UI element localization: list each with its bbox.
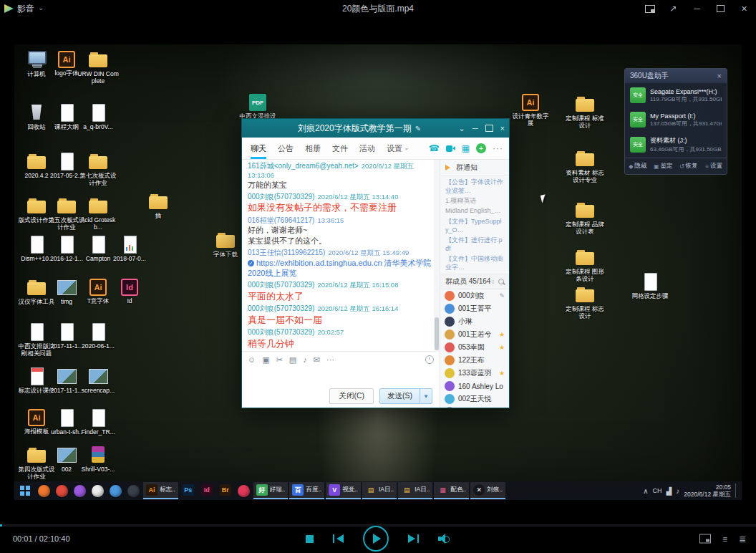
- chrome-icon[interactable]: [110, 485, 122, 497]
- folder-window-button[interactable]: ▤IA日..: [398, 482, 432, 499]
- message-sender[interactable]: 161薛城<only_dream6@yeah.net>2020/6/12 星期五…: [248, 162, 434, 180]
- photoshop-taskbar-button[interactable]: Ps: [180, 482, 197, 499]
- shijue-window-button[interactable]: V视觉..: [326, 482, 361, 499]
- usb-drive-row[interactable]: 安全 My Passport (I:) 137.05GB可用，共931.47GB: [625, 107, 727, 132]
- chevron-down-icon[interactable]: ⌄: [459, 125, 465, 133]
- desktop-icon[interactable]: 定制课程 品牌设计表: [564, 201, 606, 235]
- playlist-icon[interactable]: ≣: [739, 534, 746, 543]
- app-icon[interactable]: [127, 485, 140, 497]
- edit-title-icon[interactable]: ✎: [415, 125, 421, 133]
- member-row[interactable]: 小琳: [440, 315, 509, 328]
- message-sender[interactable]: 000刘痕(570730329)2020/6/12 星期五 16:15:08: [248, 281, 434, 290]
- member-row[interactable]: 002王天悦: [440, 393, 509, 405]
- file-icon[interactable]: ▤: [289, 356, 296, 364]
- member-row[interactable]: 000刘痕 ✎: [440, 289, 509, 302]
- member-row[interactable]: 133蓉蓝羽 ★: [440, 367, 509, 380]
- video-stage[interactable]: 计算机 Ai logo字体 URW DIN Complete 回收站 课程大纲 …: [0, 17, 756, 524]
- volume-icon[interactable]: ♪: [676, 487, 679, 495]
- folder-window-button[interactable]: ▤IA日..: [362, 482, 397, 499]
- notice-item[interactable]: 【文件】中国移动商业字…: [440, 254, 509, 272]
- desktop-icon[interactable]: 资料素材 标志设计专业: [564, 149, 606, 183]
- desktop-icon[interactable]: 定制课程 标准设计: [564, 95, 606, 129]
- close-chat-button[interactable]: 关闭(C): [329, 388, 374, 404]
- image-icon[interactable]: ▣: [262, 356, 269, 364]
- player-window-button[interactable]: ✕刘痕..: [470, 482, 505, 499]
- chat-scrollbar[interactable]: [434, 160, 440, 352]
- message-sender[interactable]: 000刘痕(570730329)2020/6/12 星期五 13:14:40: [248, 193, 434, 202]
- usb-drive-row[interactable]: 安全 资料素材 (J:) 63.46GB可用，共931.50GB: [625, 132, 727, 158]
- tab-settings[interactable]: 设置⌄: [381, 138, 415, 159]
- desktop-icon[interactable]: 插: [137, 192, 179, 219]
- usb-action-0[interactable]: ◆隐藏: [625, 158, 651, 174]
- desktop-icon[interactable]: Id Id: [109, 278, 150, 304]
- boost-icon[interactable]: ↗: [662, 0, 685, 17]
- more-tools-icon[interactable]: ···: [326, 356, 334, 364]
- desktop-icon[interactable]: a_q-br0V...: [77, 103, 119, 130]
- start-button[interactable]: [16, 481, 34, 500]
- maximize-button[interactable]: [709, 0, 732, 17]
- tab-files[interactable]: 文件: [326, 138, 354, 159]
- desktop-icon[interactable]: 定制课程 图形条设计: [564, 248, 606, 282]
- usb-drive-row[interactable]: 安全 Seagate Expansi***(H:) 119.79GB可用，共93…: [625, 83, 727, 107]
- desktop-icon[interactable]: Ai 设计青年数字展: [510, 93, 551, 127]
- desktop-icon[interactable]: 第七次板式设计作业: [77, 152, 119, 186]
- desktop-icon[interactable]: URW DIN Complete: [77, 50, 119, 85]
- usb-action-3[interactable]: ≡设置: [702, 158, 727, 174]
- desktop-icon[interactable]: 网格设定步骤: [629, 272, 671, 299]
- desktop-icon[interactable]: Shrill-V03-...: [77, 446, 119, 473]
- message-link[interactable]: ✓https://exhibition.ad.tsinghua.edu.cn 清…: [248, 258, 434, 279]
- network-icon[interactable]: ▟: [667, 487, 672, 495]
- capture-icon[interactable]: [699, 534, 711, 544]
- volume-icon[interactable]: [438, 534, 450, 544]
- hidden-icons-caret[interactable]: ∧: [643, 487, 648, 495]
- qq-titlebar[interactable]: 刘痕2020字体版式教学第一期 ✎ ⌄ ─ ×: [242, 119, 509, 138]
- browser-window-button[interactable]: 好好瑞..: [253, 482, 289, 499]
- send-button[interactable]: 发送(S) ▼: [379, 388, 432, 404]
- peise-window-button[interactable]: ▦配色..: [434, 482, 469, 499]
- voice-call-icon[interactable]: ☎: [429, 144, 440, 153]
- member-row[interactable]: 160 Ashley Lo: [440, 380, 509, 393]
- close-icon[interactable]: ×: [717, 72, 722, 80]
- apps-grid-icon[interactable]: ▦: [462, 144, 470, 153]
- play-button[interactable]: [363, 526, 389, 552]
- audio-settings-icon[interactable]: ≡: [722, 534, 727, 543]
- shake-icon[interactable]: ✉: [314, 356, 320, 364]
- desktop-icon[interactable]: Finder_TR...: [77, 408, 119, 436]
- member-row[interactable]: 053幸囡 ★: [440, 341, 509, 354]
- baidu-window-button[interactable]: 百百度..: [289, 482, 324, 499]
- sort-icon[interactable]: ↕: [492, 278, 495, 285]
- bridge-taskbar-button[interactable]: Br: [217, 482, 234, 499]
- indesign-taskbar-button[interactable]: Id: [198, 482, 215, 499]
- app-icon[interactable]: [74, 485, 86, 497]
- message-sender[interactable]: 000刘痕(570730329)2020/6/12 星期五 16:16:14: [248, 304, 434, 314]
- add-icon[interactable]: +: [476, 143, 486, 153]
- firefox-icon[interactable]: [38, 485, 50, 497]
- minimize-button[interactable]: ─: [685, 0, 709, 17]
- browser-icon[interactable]: [56, 485, 68, 497]
- illustrator-taskbar-button[interactable]: Ai标志..: [143, 482, 178, 499]
- video-call-icon[interactable]: [446, 145, 455, 152]
- member-row[interactable]: 001王若兮 ★: [440, 328, 509, 341]
- member-row[interactable]: 122王布: [440, 354, 509, 367]
- notice-item[interactable]: 【公告】字体设计作业览签…: [440, 177, 509, 196]
- previous-button[interactable]: [333, 534, 344, 543]
- maximize-button[interactable]: [485, 125, 493, 132]
- member-row[interactable]: 001王菁平: [440, 302, 509, 315]
- app-icon[interactable]: [92, 485, 104, 497]
- next-button[interactable]: [408, 534, 419, 543]
- close-button[interactable]: ×: [732, 0, 756, 17]
- notice-item[interactable]: Midland English_…: [440, 206, 509, 216]
- close-button[interactable]: ×: [500, 125, 505, 133]
- show-desktop-button[interactable]: [735, 484, 739, 498]
- minimize-button[interactable]: ─: [472, 125, 478, 133]
- notice-item[interactable]: 【文件】进行进行.pdf: [440, 235, 509, 254]
- notice-item[interactable]: 【文件】TypeSupply_O…: [440, 216, 509, 235]
- desktop-icon[interactable]: Acid Grotesk b...: [77, 196, 119, 231]
- emoji-icon[interactable]: ☺: [248, 356, 256, 364]
- tab-chat[interactable]: 聊天: [245, 138, 272, 159]
- send-options-caret[interactable]: ▼: [420, 389, 432, 403]
- screenshot-icon[interactable]: ✂: [276, 356, 283, 364]
- tray-clock[interactable]: 20:05 2020/6/12 星期五: [684, 484, 731, 498]
- huaban-icon[interactable]: [238, 485, 250, 497]
- desktop-icon[interactable]: screencap...: [77, 367, 119, 394]
